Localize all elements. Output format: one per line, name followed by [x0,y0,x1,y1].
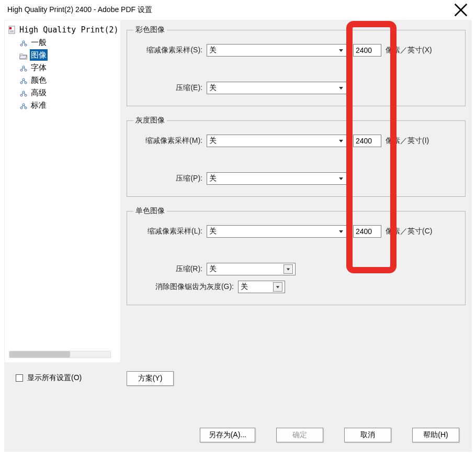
dropdown-icon [337,85,345,91]
tree-item-label: 一般 [30,37,48,48]
tree-root-label: High Quality Print(2) 2 [18,24,129,36]
svg-rect-1 [9,27,12,29]
color-compress-combo[interactable]: 关 [207,82,348,94]
dropdown-icon [337,48,345,53]
close-icon [453,2,469,18]
link-icon [19,39,28,46]
group-gray-images: 灰度图像 缩减像素采样(M): 关 2400 像素／英寸(I) 压缩(P): [127,116,466,197]
bottom-zone: 显示所有设置(O) 方案(Y) 另存为(A)... 确定 取消 帮助(H) [4,363,472,452]
dropdown-icon [273,282,282,292]
tree-item-general[interactable]: 一般 [6,36,119,49]
close-button[interactable] [453,2,469,18]
ok-button[interactable]: 确定 [276,428,323,442]
tree-item-label: 字体 [30,62,48,73]
cancel-button[interactable]: 取消 [344,428,391,442]
settings-panel: 彩色图像 缩减像素采样(S): 关 2400 像素／英寸(X) 压缩(E): [120,20,472,363]
mono-sample-label: 缩减像素采样(L): [133,227,207,236]
link-icon [19,76,28,84]
tree-item-standard[interactable]: 标准 [6,99,119,112]
color-ppi-field[interactable]: 2400 [353,44,381,57]
group-mono-images: 单色图像 缩减像素采样(L): 关 2400 像素／英寸(C) 压缩(R): [127,206,466,305]
color-sample-combo[interactable]: 关 [207,44,348,57]
mono-sample-combo[interactable]: 关 [207,225,348,238]
window-title: High Quality Print(2) 2400 - Adobe PDF 设… [7,5,453,15]
group-legend: 彩色图像 [133,25,167,35]
dropdown-icon [337,229,345,234]
tree-item-color[interactable]: 颜色 [6,74,119,86]
color-unit1: 像素／英寸(X) [386,46,432,55]
tree-hscrollbar[interactable] [9,351,111,358]
mono-ppi-field[interactable]: 2400 [353,225,381,238]
gray-ppi-field[interactable]: 2400 [353,135,381,147]
mono-unit1: 像素／英寸(C) [386,227,432,236]
dropdown-icon [284,264,293,274]
help-button[interactable]: 帮助(H) [412,428,459,442]
gray-sample-combo[interactable]: 关 [207,135,348,147]
group-legend: 单色图像 [133,206,167,216]
group-legend: 灰度图像 [133,116,167,125]
gray-compress-combo[interactable]: 关 [207,172,348,185]
tree-item-font[interactable]: 字体 [6,61,119,74]
gray-sample-label: 缩减像素采样(M): [133,136,207,146]
dropdown-icon [337,138,345,143]
tree-item-image[interactable]: 图像 [6,49,119,61]
mono-compress-label: 压缩(R): [133,264,207,274]
mono-antialias-combo[interactable]: 关 [238,281,285,293]
folder-open-icon [19,51,28,59]
document-icon [8,26,16,34]
show-all-checkbox[interactable]: 显示所有设置(O) [16,373,127,383]
color-compress-label: 压缩(E): [133,83,207,93]
tree-root[interactable]: High Quality Print(2) 2 [6,24,119,36]
checkbox-icon [16,374,23,382]
mono-compress-combo[interactable]: 关 [207,263,296,275]
tree-item-label: 高级 [30,87,48,98]
gray-compress-label: 压缩(P): [133,174,207,183]
link-icon [19,64,28,71]
tree-item-label: 图像 [30,49,48,61]
gray-unit1: 像素／英寸(I) [386,136,429,146]
titlebar: High Quality Print(2) 2400 - Adobe PDF 设… [0,0,476,20]
tree-item-label: 颜色 [30,74,48,86]
tree-item-advanced[interactable]: 高级 [6,86,119,99]
dropdown-icon [337,176,345,181]
scheme-button[interactable]: 方案(Y) [127,371,174,386]
mono-antialias-label: 消除图像锯齿为灰度(G): [133,282,238,292]
show-all-label: 显示所有设置(O) [27,373,82,383]
tree-item-label: 标准 [30,99,48,111]
link-icon [19,102,28,109]
settings-tree[interactable]: High Quality Print(2) 2 一般 图像 字体 颜色 [4,20,120,363]
color-sample-label: 缩减像素采样(S): [133,46,207,55]
group-color-images: 彩色图像 缩减像素采样(S): 关 2400 像素／英寸(X) 压缩(E): [127,25,466,106]
link-icon [19,89,28,96]
saveas-button[interactable]: 另存为(A)... [200,428,255,442]
